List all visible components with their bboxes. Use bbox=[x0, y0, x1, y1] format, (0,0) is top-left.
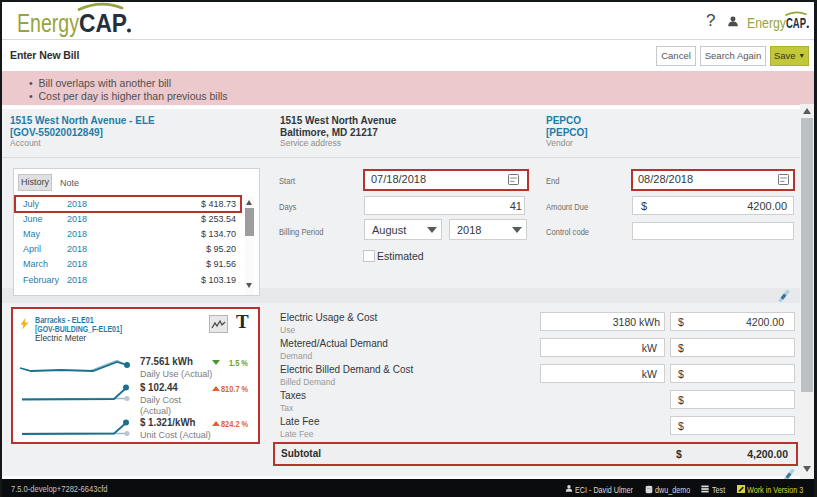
svg-text:CAP: CAP bbox=[786, 15, 806, 31]
svg-text:CAP: CAP bbox=[79, 9, 127, 37]
svg-text:Energy: Energy bbox=[17, 9, 79, 37]
svg-text:Energy: Energy bbox=[747, 15, 786, 31]
